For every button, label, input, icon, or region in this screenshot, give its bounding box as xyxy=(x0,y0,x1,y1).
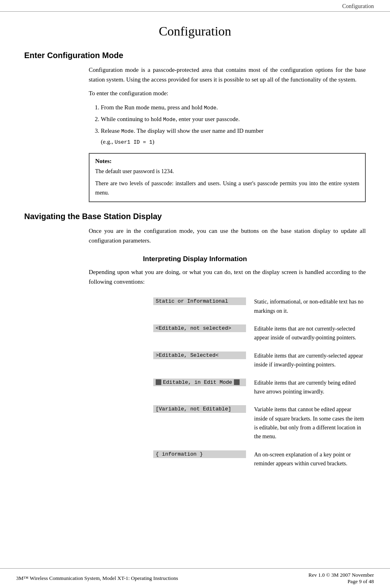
convention-display-editable-not-selected: <Editable, not selected> xyxy=(153,324,246,332)
notes-item-2: There are two levels of passcode: instal… xyxy=(95,179,359,197)
footer-left-text: 3M™ Wireless Communication System, Model… xyxy=(16,575,178,582)
convention-row-variable: [Variable, not Editable] Variable items … xyxy=(153,405,366,442)
convention-row-information: { information } An on-screen explanation… xyxy=(153,450,366,469)
list-item-1: From the Run mode menu, press and hold M… xyxy=(101,102,366,113)
notes-title: Notes: xyxy=(95,158,359,165)
convention-desc-editable-not-selected: Editable items that are not currently-se… xyxy=(254,324,366,343)
main-content: Configuration Enter Configuration Mode C… xyxy=(0,12,390,511)
footer-right: Rev 1.0 © 3M 2007 November Page 9 of 48 xyxy=(309,572,374,585)
notes-box: Notes: The default user password is 1234… xyxy=(89,153,366,202)
convention-desc-editable-selected: Editable items that are currently-select… xyxy=(254,352,366,370)
page-title: Configuration xyxy=(24,24,366,39)
edit-mode-text: Editable, in Edit Mode xyxy=(163,379,232,385)
section-interp-content: Depending upon what you are doing, or wh… xyxy=(89,267,366,468)
footer-rev: Rev 1.0 © 3M 2007 November xyxy=(309,572,374,578)
footer: 3M™ Wireless Communication System, Model… xyxy=(0,568,390,588)
convention-desc-edit-mode: Editable items that are currently being … xyxy=(254,379,366,397)
mono-mode1: Mode xyxy=(204,105,216,111)
convention-display-static: Static or Informational xyxy=(153,297,246,305)
section-nav-base: Navigating the Base Station Display Once… xyxy=(24,212,366,245)
convention-display-edit-mode: Editable, in Edit Mode xyxy=(153,379,246,386)
mono-user-id: User1 ID = 1 xyxy=(115,139,152,145)
section-heading-enter-config: Enter Configuration Mode xyxy=(24,51,366,60)
convention-desc-information: An on-screen explanation of a key point … xyxy=(254,450,366,469)
convention-display-information: { information } xyxy=(153,450,246,458)
conventions-area: Static or Informational Static, informat… xyxy=(153,297,366,468)
convention-desc-static: Static, informational, or non-editable t… xyxy=(254,297,366,316)
nav-para1: Once you are in the configuration mode, … xyxy=(89,226,366,245)
section-enter-config-content: Configuration mode is a passcode-protect… xyxy=(89,65,366,202)
convention-row-static: Static or Informational Static, informat… xyxy=(153,297,366,316)
header-title: Configuration xyxy=(342,3,374,10)
interp-heading: Interpreting Display Information xyxy=(24,255,366,263)
enter-config-para1: Configuration mode is a passcode-protect… xyxy=(89,65,366,84)
page-container: Configuration Configuration Enter Config… xyxy=(0,0,390,588)
convention-desc-variable: Variable items that cannot be edited app… xyxy=(254,405,366,442)
section-interp: Interpreting Display Information Dependi… xyxy=(24,255,366,468)
convention-display-variable: [Variable, not Editable] xyxy=(153,405,246,413)
enter-config-list: From the Run mode menu, press and hold M… xyxy=(101,102,366,147)
top-header: Configuration xyxy=(0,0,390,12)
convention-row-editable-not-selected: <Editable, not selected> Editable items … xyxy=(153,324,366,343)
list-item-2: While continuing to hold Mode, enter you… xyxy=(101,114,366,125)
section-enter-config: Enter Configuration Mode Configuration m… xyxy=(24,51,366,202)
edit-mode-left-arrow xyxy=(156,379,161,385)
section-heading-nav: Navigating the Base Station Display xyxy=(24,212,366,221)
footer-page: Page 9 of 48 xyxy=(309,578,374,585)
enter-config-para2: To enter the configuration mode: xyxy=(89,88,366,98)
subsection-heading-interp: Interpreting Display Information xyxy=(24,255,366,263)
convention-row-editable-selected: >Editable, Selected< Editable items that… xyxy=(153,352,366,370)
section-nav-content: Once you are in the configuration mode, … xyxy=(89,226,366,245)
edit-mode-right-arrow xyxy=(234,379,240,385)
mono-mode2: Mode xyxy=(163,117,175,123)
convention-display-editable-selected: >Editable, Selected< xyxy=(153,352,246,359)
list-item-3: Release Mode. The display will show the … xyxy=(101,126,366,147)
mono-mode3: Mode xyxy=(121,128,133,134)
interp-para1: Depending upon what you are doing, or wh… xyxy=(89,267,366,287)
convention-row-edit-mode: Editable, in Edit Mode Editable items th… xyxy=(153,379,366,397)
notes-item-1: The default user password is 1234. xyxy=(95,167,359,176)
